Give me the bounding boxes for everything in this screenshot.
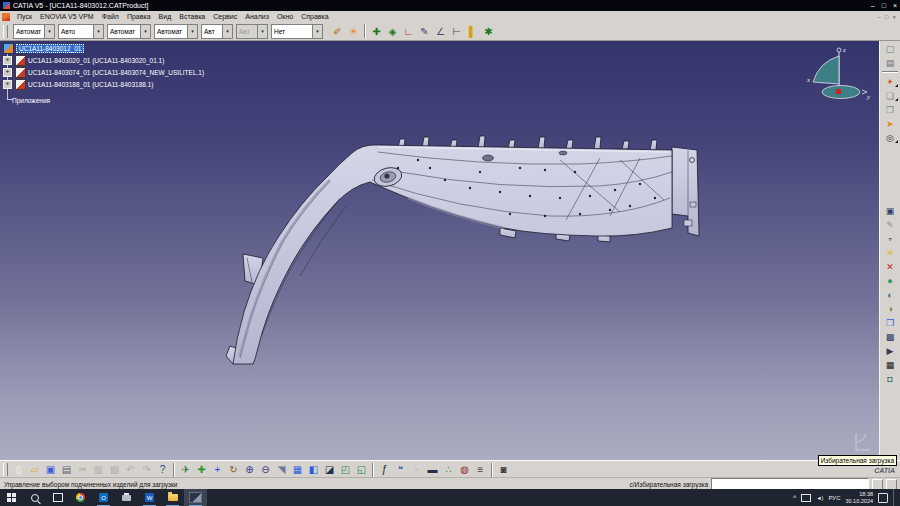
existing-part-icon[interactable]: ❐: [883, 103, 898, 116]
menu-item-1[interactable]: Пуск: [13, 13, 36, 20]
render-style-icon[interactable]: ◱: [354, 462, 369, 477]
texture-sphere-icon[interactable]: ◑: [883, 302, 898, 315]
mdi-restore-button[interactable]: □: [885, 14, 889, 20]
compass-anchor[interactable]: [836, 89, 841, 94]
menu-item-6[interactable]: Вставка: [175, 13, 209, 20]
axis-constraint-icon[interactable]: ∟: [401, 24, 416, 39]
tree-node-label[interactable]: UC1A11-8403020_01 (UC1A11-8403020_01.1): [28, 57, 164, 64]
knowledge-fx-icon[interactable]: ƒ: [377, 462, 392, 477]
tree-root-label[interactable]: UC1A11-8403012_01: [16, 44, 84, 53]
delete-clash-icon[interactable]: ✕: [883, 260, 898, 273]
normal-view-icon[interactable]: ◥: [274, 462, 289, 477]
speaker-icon[interactable]: ◄): [816, 495, 823, 501]
exit-workbench-icon[interactable]: ◘: [883, 372, 898, 385]
chevron-down-icon[interactable]: ▾: [222, 25, 232, 38]
expand-plus-icon[interactable]: +: [3, 68, 12, 77]
rotate-icon[interactable]: ↻: [226, 462, 241, 477]
printer-taskbar-icon[interactable]: [115, 489, 138, 506]
load-mode-dropdown-4[interactable]: Автомат▾: [154, 24, 198, 39]
3d-viewport[interactable]: UC1A11-8403012_01 +UC1A11-8403020_01 (UC…: [0, 40, 900, 460]
outlook-taskbar-icon[interactable]: O: [92, 489, 115, 506]
compass-sail[interactable]: [813, 56, 839, 84]
chevron-down-icon[interactable]: ▾: [93, 25, 103, 38]
annotation-bubble-icon[interactable]: ❝: [393, 462, 408, 477]
menu-item-9[interactable]: Окно: [273, 13, 297, 20]
measure-angle-icon[interactable]: ∠: [433, 24, 448, 39]
show-desktop-button[interactable]: [893, 489, 897, 506]
maximize-button[interactable]: □: [882, 2, 886, 9]
named-view-icon[interactable]: ◰: [338, 462, 353, 477]
smart-move-icon[interactable]: ◎: [883, 131, 898, 144]
menu-item-8[interactable]: Анализ: [241, 13, 273, 20]
load-mode-dropdown-2[interactable]: Авто▾: [58, 24, 104, 39]
close-button[interactable]: ×: [893, 2, 897, 9]
chevron-down-icon[interactable]: ▾: [44, 25, 54, 38]
window-layout-icon[interactable]: ▢: [883, 42, 898, 55]
menu-item-2[interactable]: ENOVIA V5 VPM: [36, 13, 98, 20]
explorer-taskbar-icon[interactable]: [161, 489, 184, 506]
product-structure-icon[interactable]: ✦: [883, 75, 898, 88]
new-document-icon[interactable]: ▯: [11, 462, 26, 477]
flyout-arrow-icon[interactable]: [895, 84, 898, 87]
menu-item-5[interactable]: Вид: [155, 13, 176, 20]
catalog-browser-icon[interactable]: ❒: [883, 316, 898, 329]
clash-analysis-icon[interactable]: ✱: [481, 24, 496, 39]
language-indicator[interactable]: РУС: [828, 495, 840, 501]
grid-icon[interactable]: ▦: [883, 358, 898, 371]
multi-view-icon[interactable]: ▦: [290, 462, 305, 477]
notification-center-icon[interactable]: [878, 493, 888, 503]
screen-icon[interactable]: ▬: [425, 462, 440, 477]
open-icon[interactable]: ▱: [27, 462, 42, 477]
chevron-down-icon[interactable]: ▾: [312, 25, 322, 38]
mdi-minimize-button[interactable]: –: [878, 14, 881, 20]
minimize-button[interactable]: –: [871, 2, 875, 9]
load-mode-dropdown-3[interactable]: Автомат▾: [107, 24, 151, 39]
expand-plus-icon[interactable]: +: [3, 80, 12, 89]
mdi-close-button[interactable]: ×: [892, 14, 896, 20]
component-icon[interactable]: ❏: [883, 89, 898, 102]
chrome-taskbar-icon[interactable]: [69, 489, 92, 506]
camera-icon[interactable]: ◙: [496, 462, 511, 477]
save-icon[interactable]: ▣: [43, 462, 58, 477]
chevron-down-icon[interactable]: ▾: [257, 25, 267, 38]
tree-window-icon[interactable]: ▤: [883, 56, 898, 69]
sketch-pen-icon[interactable]: ✎: [883, 218, 898, 231]
isometric-view-icon[interactable]: ◧: [306, 462, 321, 477]
measure-thickness-icon[interactable]: ⊢: [449, 24, 464, 39]
load-mode-dropdown-1[interactable]: Автомат▾: [13, 24, 55, 39]
fly-mode-icon[interactable]: ✈: [178, 462, 193, 477]
tree-node[interactable]: +UC1A11-8403074_01 (UC1A11-8403074_NEW_U…: [3, 67, 204, 77]
menu-item-3[interactable]: Файл: [98, 13, 123, 20]
print-icon[interactable]: ▤: [59, 462, 74, 477]
pan-icon[interactable]: +: [210, 462, 225, 477]
product-graph-icon[interactable]: ∴: [441, 462, 456, 477]
start-button[interactable]: [0, 489, 23, 506]
status-button-2[interactable]: [886, 479, 897, 490]
photo-studio-icon[interactable]: ▩: [883, 330, 898, 343]
tree-node-label[interactable]: UC1A11-8403188_01 (UC1A11-8403188.1): [28, 81, 154, 88]
video-capture-icon[interactable]: ▶: [883, 344, 898, 357]
toolbar-drag-handle[interactable]: [3, 463, 8, 476]
world-publish-icon[interactable]: ◍: [457, 462, 472, 477]
paint-brush-icon[interactable]: ✐: [330, 24, 345, 39]
sectioning-icon[interactable]: ▌: [465, 24, 480, 39]
zoom-out-icon[interactable]: ⊖: [258, 462, 273, 477]
monitor-view-icon[interactable]: ▣: [883, 204, 898, 217]
tray-chevron-icon[interactable]: ^: [793, 494, 796, 501]
network-icon[interactable]: [801, 494, 811, 502]
word-taskbar-icon[interactable]: W: [138, 489, 161, 506]
tree-node-applications[interactable]: Приложения: [12, 95, 50, 105]
flyout-arrow-icon[interactable]: [895, 98, 898, 101]
snap-compass-icon[interactable]: ◈: [385, 24, 400, 39]
select-pointer-icon[interactable]: ➤: [883, 117, 898, 130]
status-button-1[interactable]: [872, 479, 883, 490]
tree-applications-label[interactable]: Приложения: [12, 97, 50, 104]
render-sphere-icon[interactable]: ◐: [883, 288, 898, 301]
tree-node-label[interactable]: UC1A11-8403074_01 (UC1A11-8403074_NEW_US…: [28, 69, 204, 76]
expand-plus-icon[interactable]: +: [3, 56, 12, 65]
move-compass-icon[interactable]: ✚: [369, 24, 384, 39]
material-sphere-icon[interactable]: ●: [883, 274, 898, 287]
context-help-icon[interactable]: ?: [155, 462, 170, 477]
model-body[interactable]: [226, 136, 699, 364]
search-button[interactable]: [23, 489, 46, 506]
